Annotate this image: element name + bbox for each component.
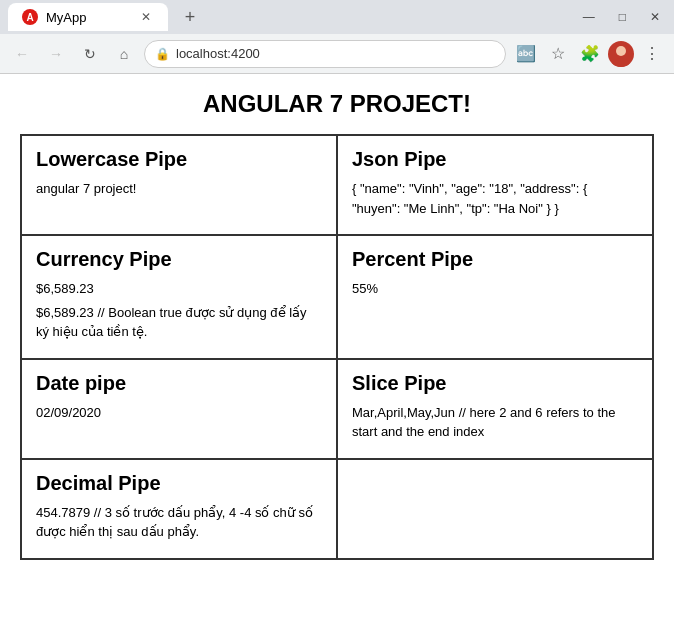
json-pipe-content: { "name": "Vinh", "age": "18", "address"…	[352, 179, 638, 218]
forward-button[interactable]: →	[42, 40, 70, 68]
new-tab-button[interactable]: +	[176, 3, 204, 31]
lowercase-pipe-content: angular 7 project!	[36, 179, 322, 199]
currency-pipe-value1: $6,589.23	[36, 279, 322, 299]
tab-title: MyApp	[46, 10, 130, 25]
json-pipe-heading: Json Pipe	[352, 148, 638, 171]
decimal-pipe-content: 454.7879 // 3 số trước dấu phẩy, 4 -4 số…	[36, 503, 322, 542]
percent-pipe-heading: Percent Pipe	[352, 248, 638, 271]
svg-point-1	[613, 58, 629, 67]
page-content: ANGULAR 7 PROJECT! Lowercase Pipe angula…	[0, 74, 674, 640]
currency-pipe-value2: $6,589.23 // Boolean true được sử dụng đ…	[36, 303, 322, 342]
refresh-button[interactable]: ↻	[76, 40, 104, 68]
date-pipe-content: 02/09/2020	[36, 403, 322, 423]
currency-pipe-cell: Currency Pipe $6,589.23 $6,589.23 // Boo…	[21, 235, 337, 359]
lock-icon: 🔒	[155, 47, 170, 61]
home-button[interactable]: ⌂	[110, 40, 138, 68]
window-controls: — □ ✕	[577, 8, 666, 26]
extensions-icon[interactable]: 🧩	[576, 40, 604, 68]
slice-pipe-content: Mar,April,May,Jun // here 2 and 6 refers…	[352, 403, 638, 442]
maximize-button[interactable]: □	[613, 8, 632, 26]
lowercase-pipe-value: angular 7 project!	[36, 179, 322, 199]
json-pipe-cell: Json Pipe { "name": "Vinh", "age": "18",…	[337, 135, 653, 235]
tab-close-button[interactable]: ✕	[138, 9, 154, 25]
url-bar[interactable]: 🔒 localhost:4200	[144, 40, 506, 68]
slice-pipe-cell: Slice Pipe Mar,April,May,Jun // here 2 a…	[337, 359, 653, 459]
decimal-pipe-heading: Decimal Pipe	[36, 472, 322, 495]
address-bar-icons: 🔤 ☆ 🧩 ⋮	[512, 40, 666, 68]
tab-favicon: A	[22, 9, 38, 25]
date-pipe-cell: Date pipe 02/09/2020	[21, 359, 337, 459]
json-pipe-value: { "name": "Vinh", "age": "18", "address"…	[352, 179, 638, 218]
empty-cell	[337, 459, 653, 559]
slice-pipe-heading: Slice Pipe	[352, 372, 638, 395]
more-menu-icon[interactable]: ⋮	[638, 40, 666, 68]
percent-pipe-value: 55%	[352, 279, 638, 299]
url-text: localhost:4200	[176, 46, 495, 61]
decimal-pipe-cell: Decimal Pipe 454.7879 // 3 số trước dấu …	[21, 459, 337, 559]
lowercase-pipe-heading: Lowercase Pipe	[36, 148, 322, 171]
currency-pipe-content: $6,589.23 $6,589.23 // Boolean true được…	[36, 279, 322, 342]
svg-point-0	[616, 46, 626, 56]
percent-pipe-cell: Percent Pipe 55%	[337, 235, 653, 359]
close-button[interactable]: ✕	[644, 8, 666, 26]
address-bar: ← → ↻ ⌂ 🔒 localhost:4200 🔤 ☆ 🧩 ⋮	[0, 34, 674, 74]
profile-avatar[interactable]	[608, 41, 634, 67]
bookmark-icon[interactable]: ☆	[544, 40, 572, 68]
pipes-grid: Lowercase Pipe angular 7 project! Json P…	[20, 134, 654, 560]
currency-pipe-heading: Currency Pipe	[36, 248, 322, 271]
date-pipe-value: 02/09/2020	[36, 403, 322, 423]
percent-pipe-content: 55%	[352, 279, 638, 299]
back-button[interactable]: ←	[8, 40, 36, 68]
lowercase-pipe-cell: Lowercase Pipe angular 7 project!	[21, 135, 337, 235]
slice-pipe-value: Mar,April,May,Jun // here 2 and 6 refers…	[352, 403, 638, 442]
decimal-pipe-value: 454.7879 // 3 số trước dấu phẩy, 4 -4 số…	[36, 503, 322, 542]
title-bar: A MyApp ✕ + — □ ✕	[0, 0, 674, 34]
page-title: ANGULAR 7 PROJECT!	[20, 90, 654, 118]
minimize-button[interactable]: —	[577, 8, 601, 26]
translate-icon[interactable]: 🔤	[512, 40, 540, 68]
browser-tab[interactable]: A MyApp ✕	[8, 3, 168, 31]
date-pipe-heading: Date pipe	[36, 372, 322, 395]
